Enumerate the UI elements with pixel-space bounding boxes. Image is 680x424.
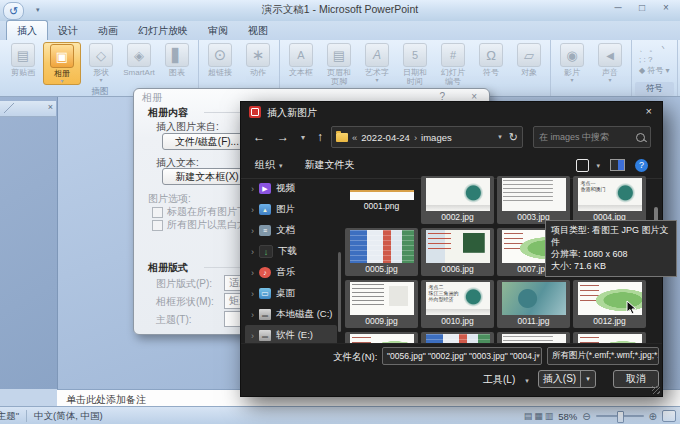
slidenumber-button[interactable]: 幻灯片 编号 [435, 42, 471, 86]
checkbox-icon[interactable] [152, 207, 163, 218]
zoom-out-icon[interactable]: ⊖ [582, 411, 590, 422]
chevron-right-icon[interactable]: › [251, 184, 254, 194]
back-icon[interactable]: ← [253, 130, 265, 144]
ribbon-tab[interactable]: 幻灯片放映 [128, 21, 198, 40]
zoom-slider-thumb[interactable] [617, 411, 624, 423]
sidebar-scrollbar[interactable] [338, 252, 341, 332]
sidebar-item[interactable]: ›音乐 [245, 262, 337, 283]
file-item[interactable]: 0001.png [345, 176, 418, 224]
recent-locations-icon[interactable]: ▾ [301, 133, 305, 142]
pane-close-icon[interactable]: × [48, 102, 53, 112]
preview-pane-icon[interactable] [610, 159, 625, 171]
wordart-button[interactable]: 艺术字▾ [359, 42, 395, 83]
new-folder-button[interactable]: 新建文件夹 [305, 158, 355, 172]
datetime-button[interactable]: 日期和 时间 [397, 42, 433, 86]
chevron-right-icon[interactable]: › [251, 205, 254, 215]
sidebar-item[interactable]: ›下载 [245, 241, 337, 262]
desktop-icon [259, 288, 271, 299]
file-item[interactable]: 考点一 香港和澳门0004.jpg [573, 176, 646, 224]
sidebar-item[interactable]: ›文档 [245, 220, 337, 241]
object-button[interactable]: 对象 [511, 42, 547, 77]
file-item[interactable]: 0003.jpg [497, 176, 570, 224]
file-item[interactable]: 0006.jpg [421, 228, 494, 276]
insert-button[interactable]: 插入(S) ▾ [538, 370, 596, 388]
chart-button[interactable]: 图表 [159, 42, 195, 77]
file-item[interactable]: 0005.jpg [345, 228, 418, 276]
ribbon-tab[interactable]: 审阅 [198, 21, 238, 40]
file-item[interactable]: 考点二 珠江三角洲的 外向型经济0010.jpg [421, 280, 494, 328]
shapes-button[interactable]: 形状▾ [83, 42, 119, 83]
dialog-close-button[interactable]: × [646, 105, 652, 117]
ribbon-button-label: 日期和 时间 [403, 68, 427, 86]
chevron-right-icon[interactable]: › [251, 226, 254, 236]
view-mode-dropdown-icon[interactable]: ▾ [596, 162, 600, 170]
chevron-right-icon[interactable]: › [251, 289, 254, 299]
address-dropdown-icon[interactable]: ▾ [498, 133, 502, 141]
help-icon[interactable]: ? [635, 159, 648, 172]
minimize-button[interactable]: ─ [610, 2, 626, 13]
sidebar-item[interactable]: ›视频 [245, 178, 337, 199]
sidebar-item[interactable]: ›本地磁盘 (C:) [245, 304, 337, 325]
insert-split-dropdown-icon[interactable]: ▾ [580, 371, 595, 387]
file-item[interactable]: 0011.jpg [497, 280, 570, 328]
chevron-right-icon[interactable]: › [251, 268, 254, 278]
shapes-icon [89, 43, 113, 67]
sound-button[interactable]: 声音▾ [592, 42, 628, 83]
symbol-shortcut[interactable]: 、 。 丶 [639, 44, 670, 55]
forward-icon[interactable]: → [277, 130, 289, 144]
hyperlink-button[interactable]: 超链接 [202, 42, 238, 77]
filename-dropdown-icon[interactable]: ▾ [536, 352, 540, 360]
tools-button[interactable]: 工具(L)▾ [483, 373, 529, 387]
ribbon-tab[interactable]: 插入 [6, 20, 48, 40]
new-textbox-button[interactable]: 新建文本框(X) [162, 168, 252, 185]
up-icon[interactable]: ↑ [317, 130, 323, 144]
resize-grip[interactable] [652, 386, 660, 394]
search-icon[interactable] [636, 133, 645, 142]
slideshow-icon[interactable]: ▥ [545, 411, 554, 421]
movie-button[interactable]: 影片▾ [554, 42, 590, 83]
organize-dropdown-icon[interactable]: ▾ [279, 162, 283, 170]
maximize-button[interactable]: □ [634, 2, 650, 13]
close-button[interactable]: × [658, 2, 674, 13]
zoom-in-icon[interactable]: ⊕ [649, 411, 657, 422]
chevron-right-icon[interactable]: › [251, 247, 254, 257]
slide-sorter-icon[interactable]: ▦ [534, 411, 543, 421]
symbols-dropdown[interactable]: ◆ 符号 ▾ [639, 66, 670, 77]
file-name-label: 0005.jpg [365, 264, 398, 274]
breadcrumb-overflow[interactable]: « [352, 132, 357, 143]
action-button[interactable]: 动作 [240, 42, 276, 77]
textbox-button[interactable]: 文本框 [283, 42, 319, 77]
file-item[interactable]: 0009.jpg [345, 280, 418, 328]
address-bar[interactable]: « 2022-04-24 › images ▾ ↻ [331, 126, 523, 148]
refresh-icon[interactable]: ↻ [509, 131, 518, 144]
ribbon-tab[interactable]: 视图 [238, 21, 278, 40]
breadcrumb-current[interactable]: images [421, 132, 452, 143]
clipart-button[interactable]: 剪贴画 [5, 42, 41, 77]
slides-pane[interactable]: × [0, 97, 58, 389]
ribbon-tab[interactable]: 动画 [88, 21, 128, 40]
file-item[interactable]: 0002.jpg [421, 176, 494, 224]
header-footer-button[interactable]: 页眉和 页脚 [321, 42, 357, 86]
ribbon-button-label: 页眉和 页脚 [327, 68, 351, 86]
filetype-select[interactable]: 所有图片(*.emf;*.wmf;*.jpg;*.j ▾ [547, 347, 659, 365]
smartart-button[interactable]: SmartArt [121, 42, 157, 77]
search-box[interactable]: 在 images 中搜索 [533, 126, 651, 148]
symbol-shortcut[interactable]: ; : ? [639, 55, 670, 66]
fit-to-window-icon[interactable] [662, 410, 676, 422]
filename-input[interactable]: "0056.jpg" "0002.jpg" "0003.jpg" "0004.j… [382, 347, 542, 365]
chevron-right-icon[interactable]: › [251, 310, 254, 320]
organize-button[interactable]: 组织 [255, 158, 275, 172]
chevron-right-icon[interactable]: › [251, 331, 254, 341]
omega-button[interactable]: 符号 [473, 42, 509, 77]
zoom-level[interactable]: 58% [558, 411, 577, 422]
view-mode-button[interactable]: ▾ [576, 159, 600, 172]
normal-view-icon[interactable]: ▤ [524, 411, 533, 421]
sidebar-item[interactable]: ›图片 [245, 199, 337, 220]
checkbox-icon[interactable] [152, 220, 163, 231]
photo-album-button[interactable]: 相册▾ [43, 42, 81, 85]
zoom-slider[interactable] [596, 415, 644, 417]
file-disk-button[interactable]: 文件/磁盘(F)... [162, 133, 252, 150]
ribbon-tab[interactable]: 设计 [48, 21, 88, 40]
breadcrumb-folder[interactable]: 2022-04-24 [361, 132, 410, 143]
sidebar-item[interactable]: ›桌面 [245, 283, 337, 304]
